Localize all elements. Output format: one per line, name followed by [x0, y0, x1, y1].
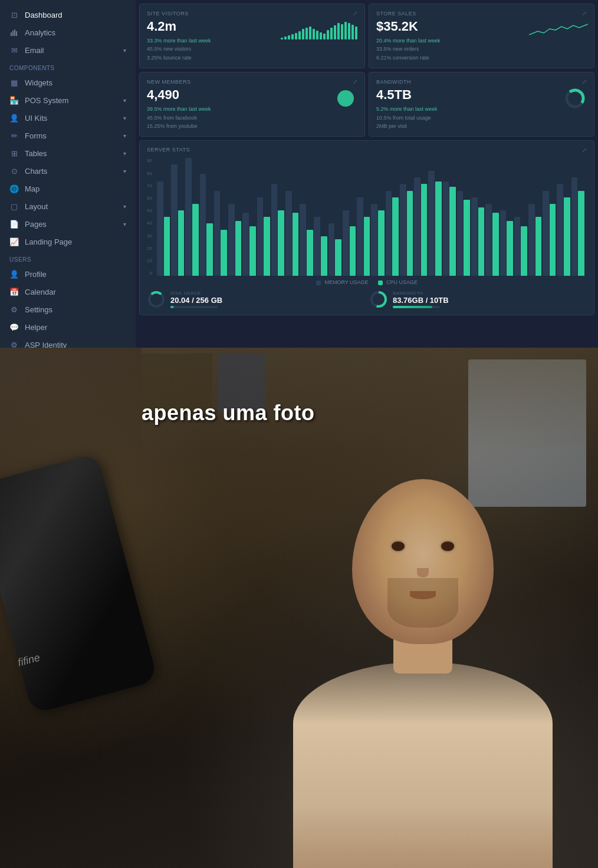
- cpu-bar: [293, 213, 299, 276]
- disk-usage-stat: DISK USAGE 20.04 / 256 GB: [147, 290, 364, 309]
- mini-bar: [298, 31, 301, 39]
- video-section: fifine apenas uma foto: [0, 348, 598, 868]
- sidebar-label-settings: Settings: [25, 305, 126, 314]
- forms-arrow-icon: ▾: [123, 133, 126, 139]
- cpu-bar: [564, 197, 570, 276]
- cpu-bar: [192, 204, 199, 276]
- mini-bar: [348, 23, 350, 39]
- svg-rect-3: [16, 31, 17, 36]
- mini-bar: [305, 28, 308, 39]
- calendar-icon: 📅: [9, 287, 19, 296]
- cpu-bar: [507, 221, 513, 276]
- disk-usage-value: 20.04 / 256 GB: [170, 296, 222, 305]
- dashboard-icon: ⊡: [9, 10, 19, 19]
- sidebar-item-forms[interactable]: ✏ Forms ▾: [0, 127, 136, 144]
- sidebar-item-pages[interactable]: 📄 Pages ▾: [0, 215, 136, 233]
- memory-bar: [571, 177, 578, 276]
- sidebar-item-pos-system[interactable]: 🏪 POS System ▾: [0, 91, 136, 109]
- bar-group: [257, 197, 270, 276]
- site-visitors-chart: [281, 21, 357, 39]
- sub3: 2MB per visit: [376, 122, 587, 130]
- sidebar-item-charts[interactable]: ⊙ Charts ▾: [0, 162, 136, 180]
- memory-bar: [471, 197, 478, 276]
- server-stats-header: SERVER STATS ⤢: [147, 147, 587, 153]
- sidebar-label-analytics: Analytics: [25, 28, 126, 37]
- y-axis: 90 80 70 60 50 40 30 20 10 0: [147, 158, 152, 276]
- cpu-bar: [221, 230, 227, 276]
- cpu-bar: [364, 217, 370, 276]
- sidebar-item-profile[interactable]: 👤 Profile: [0, 265, 136, 283]
- mini-bar: [330, 28, 333, 39]
- subtitle-text: apenas uma foto: [142, 401, 315, 425]
- sub2: 45.5% new visitors: [147, 45, 357, 53]
- store-sales-header: STORE SALES ⤢: [376, 10, 587, 16]
- server-stats-expand-icon: ⤢: [582, 147, 587, 153]
- analytics-icon: [9, 28, 19, 37]
- sidebar-item-map[interactable]: 🌐 Map: [0, 180, 136, 197]
- disk-usage-info: DISK USAGE 20.04 / 256 GB: [170, 291, 222, 308]
- bar-group: [171, 164, 184, 276]
- site-visitors-sub: 33.3% more than last week 45.5% new visi…: [147, 37, 357, 62]
- bandwidth-header: BANDWIDTH ⤢: [376, 78, 587, 85]
- bandwidth-expand-icon: ⤢: [582, 78, 587, 85]
- svg-point-4: [337, 90, 354, 107]
- mini-bar: [351, 25, 354, 39]
- sub1: 5.2% more than last week: [376, 105, 587, 113]
- sidebar-item-tables[interactable]: ⊞ Tables ▾: [0, 144, 136, 162]
- sidebar-item-widgets[interactable]: ▦ Widgets: [0, 74, 136, 91]
- new-members-chart: [334, 87, 357, 113]
- person-area: [246, 397, 598, 868]
- sidebar-item-layout[interactable]: ▢ Layout ▾: [0, 197, 136, 215]
- sub1: 39.5% more than last week: [147, 105, 357, 113]
- site-visitors-title: SITE VISITORS: [147, 11, 189, 16]
- cpu-bar: [392, 197, 399, 276]
- nose: [417, 568, 429, 577]
- bar-group: [571, 177, 584, 276]
- memory-bar: [543, 191, 549, 276]
- bandwidth-sub: 5.2% more than last week 10.5% from tota…: [376, 105, 587, 130]
- cpu-bar: [249, 226, 256, 276]
- mini-bar: [334, 25, 336, 39]
- email-icon: ✉: [9, 45, 19, 55]
- charts-arrow-icon: ▾: [123, 168, 126, 174]
- memory-bar: [285, 191, 292, 276]
- memory-bar: [343, 210, 349, 276]
- sidebar-label-uikits: UI Kits: [25, 114, 117, 123]
- bandwidth-bottom-label: BANDWIDTH: [393, 291, 449, 296]
- memory-bar: [443, 181, 449, 276]
- sub2: 45.5% from facebook: [147, 114, 357, 122]
- bar-group: [242, 213, 255, 276]
- svg-rect-0: [11, 32, 12, 36]
- bar-group: [200, 174, 213, 276]
- memory-bar: [485, 204, 492, 276]
- mini-bar: [291, 34, 294, 39]
- new-members-card: NEW MEMBERS ⤢ 4,490 39.5% more than last…: [139, 72, 365, 137]
- dashboard-section: ⊡ Dashboard Analytics ✉ Email ▾ Componen…: [0, 0, 598, 348]
- sidebar-item-dashboard[interactable]: ⊡ Dashboard: [0, 6, 136, 24]
- cpu-bar: [578, 191, 584, 276]
- email-arrow-icon: ▾: [123, 47, 126, 54]
- sidebar-label-dashboard: Dashboard: [25, 11, 126, 19]
- mini-bar: [281, 38, 283, 39]
- bandwidth-card: BANDWIDTH ⤢ 4.5TB 5.2% more than last we…: [369, 72, 594, 137]
- mini-bar: [344, 22, 347, 39]
- chart-container: 90 80 70 60 50 40 30 20 10 0: [147, 158, 587, 276]
- map-icon: 🌐: [9, 184, 19, 193]
- profile-icon: 👤: [9, 269, 19, 279]
- users-section-label: Users: [0, 250, 136, 265]
- layout-icon: ▢: [9, 202, 19, 211]
- memory-legend: MEMORY USAGE: [316, 279, 369, 285]
- svg-rect-2: [14, 29, 15, 36]
- sidebar-label-tables: Tables: [25, 149, 117, 158]
- sidebar-item-calendar[interactable]: 📅 Calendar: [0, 283, 136, 301]
- sidebar-item-analytics[interactable]: Analytics: [0, 24, 136, 41]
- sidebar-item-landing-page[interactable]: 📈 Landing Page: [0, 233, 136, 250]
- sidebar-item-settings[interactable]: ⚙ Settings: [0, 301, 136, 318]
- sidebar-item-ui-kits[interactable]: 👤 UI Kits ▾: [0, 109, 136, 127]
- cpu-bar: [350, 226, 356, 276]
- sidebar-item-helper[interactable]: 💬 Helper: [0, 318, 136, 336]
- sidebar-item-email[interactable]: ✉ Email ▾: [0, 41, 136, 59]
- bar-group: [300, 204, 313, 276]
- store-sales-card: STORE SALES ⤢ $35.2K 20.4% more than las…: [369, 4, 594, 68]
- chart-legend: MEMORY USAGE CPU USAGE: [147, 279, 587, 285]
